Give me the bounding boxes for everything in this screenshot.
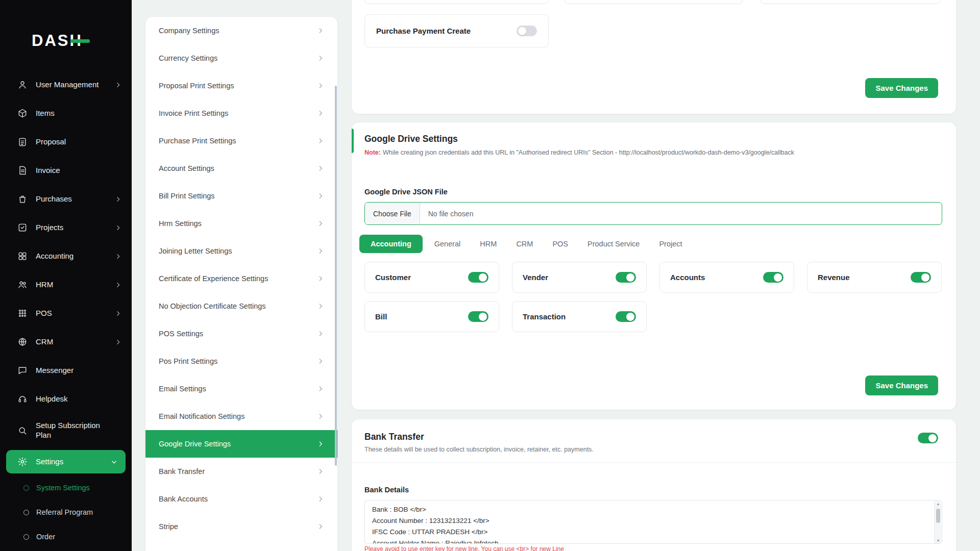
search-icon	[17, 425, 28, 436]
tab-general[interactable]: General	[427, 235, 469, 253]
gear-icon	[17, 457, 28, 467]
menu-item-bank-accounts[interactable]: Bank Accounts	[145, 485, 337, 513]
globe-icon	[17, 337, 28, 347]
sidebar-item-invoice[interactable]: Invoice	[0, 156, 132, 185]
scrollbar-thumb[interactable]	[936, 509, 940, 523]
menu-item-certificate-of-experience-settings[interactable]: Certificate of Experience Settings	[145, 265, 337, 292]
divider	[352, 462, 956, 463]
chevron-right-icon	[317, 247, 324, 255]
tab-hrm[interactable]: HRM	[472, 235, 504, 253]
toggle-card-accounts: Accounts	[659, 262, 794, 293]
transaction-toggle[interactable]	[616, 311, 636, 322]
purchase-payment-create-box: Purchase Payment Create	[364, 14, 549, 47]
chevron-right-icon	[115, 310, 121, 317]
grid-icon	[17, 251, 28, 261]
sidebar-item-pos[interactable]: POS	[0, 299, 132, 328]
menu-item-google-drive-settings[interactable]: Google Drive Settings	[145, 430, 337, 458]
menu-item-hrm-settings[interactable]: Hrm Settings	[145, 210, 337, 237]
google-drive-json-file-label: Google Drive JSON File	[364, 188, 448, 196]
sidebar-item-helpdesk[interactable]: Helpdesk	[0, 385, 132, 413]
choose-file-button[interactable]: Choose File	[365, 203, 420, 224]
tab-accounting[interactable]: Accounting	[359, 235, 423, 253]
tab-project[interactable]: Project	[651, 235, 690, 253]
save-changes-button-google-drive[interactable]: Save Changes	[865, 375, 938, 395]
menu-item-pos-settings[interactable]: POS Settings	[145, 320, 337, 347]
menu-item-proposal-print-settings[interactable]: Proposal Print Settings	[145, 72, 337, 99]
sidebar-item-crm[interactable]: CRM	[0, 328, 132, 356]
accent-bar	[352, 129, 354, 153]
sidebar-item-accounting[interactable]: Accounting	[0, 242, 132, 270]
chevron-right-icon	[317, 82, 324, 89]
bank-details-helper-text: Pleave avoid to use enter key for new li…	[364, 545, 564, 551]
circle-icon	[23, 485, 29, 491]
sidebar-item-messenger[interactable]: Messenger	[0, 356, 132, 385]
purchase-payment-create-label: Purchase Payment Create	[376, 27, 471, 35]
customer-toggle[interactable]	[468, 272, 488, 283]
accounts-toggle[interactable]	[763, 272, 783, 283]
menu-item-email-notification-settings[interactable]: Email Notification Settings	[145, 403, 337, 430]
settings-menu-panel: Company Settings Currency Settings Propo…	[145, 17, 337, 551]
bank-transfer-toggle[interactable]	[918, 433, 938, 443]
save-changes-button-top[interactable]: Save Changes	[865, 78, 938, 98]
tab-product-service[interactable]: Product Service	[580, 235, 647, 253]
chevron-right-icon	[317, 358, 324, 365]
sidebar-item-items[interactable]: Items	[0, 99, 132, 128]
chevron-right-icon	[115, 196, 121, 203]
scroll-down-arrow-icon[interactable]: ▼	[935, 538, 942, 543]
chevron-right-icon	[317, 137, 324, 144]
bill-toggle[interactable]	[468, 311, 488, 322]
circle-icon	[23, 510, 29, 515]
sidebar-item-user-management[interactable]: User Management	[0, 70, 132, 99]
settings-menu-scrollbar[interactable]	[335, 86, 337, 466]
menu-item-purchase-print-settings[interactable]: Purchase Print Settings	[145, 127, 337, 155]
purchase-payment-create-toggle[interactable]	[517, 26, 537, 36]
tab-pos[interactable]: POS	[545, 235, 576, 253]
check-square-icon	[17, 222, 28, 233]
menu-item-joining-letter-settings[interactable]: Joining Letter Settings	[145, 237, 337, 265]
sidebar-subitem-referral-program[interactable]: Referral Program	[0, 500, 132, 524]
menu-item-account-settings[interactable]: Account Settings	[145, 155, 337, 182]
note-label: Note:	[364, 149, 381, 156]
vender-toggle[interactable]	[616, 272, 636, 283]
revenue-toggle[interactable]	[911, 272, 931, 283]
sidebar-item-hrm[interactable]: HRM	[0, 270, 132, 299]
app-logo[interactable]: DASH	[32, 32, 90, 50]
toggle-card-revenue: Revenue	[807, 262, 942, 293]
menu-item-company-settings[interactable]: Company Settings	[145, 17, 337, 44]
cut-off-field-2[interactable]	[565, 0, 743, 4]
scroll-up-arrow-icon[interactable]: ▲	[935, 502, 942, 507]
menu-item-pos-print-settings[interactable]: Pos Print Settings	[145, 347, 337, 375]
chevron-right-icon	[115, 253, 121, 260]
menu-item-no-objection-certificate-settings[interactable]: No Objection Certificate Settings	[145, 292, 337, 320]
sidebar-subitem-system-settings[interactable]: System Settings	[0, 475, 132, 500]
cut-off-field-3[interactable]	[761, 0, 941, 4]
sidebar-subitem-order[interactable]: Order	[0, 524, 132, 549]
chevron-right-icon	[317, 468, 324, 475]
google-drive-json-file-input[interactable]: Choose File No file chosen	[364, 202, 942, 225]
menu-item-currency-settings[interactable]: Currency Settings	[145, 44, 337, 72]
textarea-scrollbar[interactable]: ▲ ▼	[934, 501, 941, 544]
shopping-bag-icon	[17, 194, 28, 204]
chevron-right-icon	[317, 413, 324, 420]
cut-off-field-1[interactable]	[364, 0, 549, 4]
menu-item-email-settings[interactable]: Email Settings	[145, 375, 337, 403]
sidebar-item-proposal[interactable]: Proposal	[0, 128, 132, 156]
menu-item-invoice-print-settings[interactable]: Invoice Print Settings	[145, 99, 337, 127]
sidebar-item-settings[interactable]: Settings	[6, 450, 126, 473]
subitem-label: System Settings	[36, 484, 90, 492]
sidebar-item-purchases[interactable]: Purchases	[0, 185, 132, 213]
toggle-card-bill: Bill	[364, 301, 499, 332]
chevron-right-icon	[115, 82, 121, 88]
menu-item-stripe[interactable]: Stripe	[145, 513, 337, 540]
toggle-knob	[626, 313, 634, 321]
bank-details-textarea[interactable]: Bank : BOB </br> Account Number : 123132…	[364, 500, 942, 544]
chevron-right-icon	[317, 523, 324, 530]
sidebar-item-setup-subscription-plan[interactable]: Setup Subscription Plan	[0, 413, 132, 448]
tab-crm[interactable]: CRM	[508, 235, 541, 253]
sidebar-item-projects[interactable]: Projects	[0, 213, 132, 242]
headset-icon	[17, 394, 28, 404]
chevron-right-icon	[317, 385, 324, 392]
bank-details-line: Account Holder Name : Rajodiya Infotech	[372, 538, 926, 544]
menu-item-bill-print-settings[interactable]: Bill Print Settings	[145, 182, 337, 210]
menu-item-bank-transfer[interactable]: Bank Transfer	[145, 458, 337, 485]
